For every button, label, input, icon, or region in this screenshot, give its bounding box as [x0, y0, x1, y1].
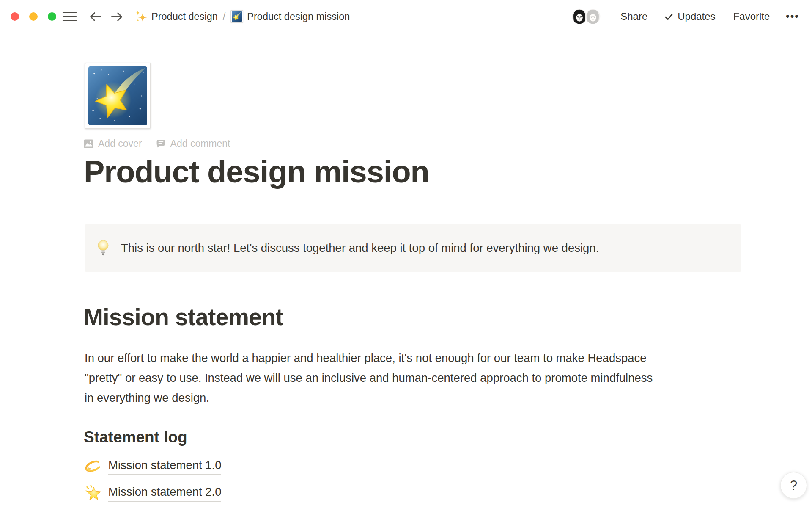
breadcrumb-label: Product design mission [247, 11, 350, 22]
minimize-button[interactable] [29, 12, 38, 21]
shooting-star-page-icon [230, 10, 243, 23]
favorite-button[interactable]: Favorite [733, 11, 770, 22]
mission-paragraph: In our effort to make the world a happie… [85, 348, 653, 408]
more-options-button[interactable]: ••• [786, 11, 799, 22]
page-link-label: Mission statement 2.0 [108, 485, 221, 502]
breadcrumb-separator: / [223, 11, 226, 22]
ellipsis-icon: ••• [786, 11, 799, 22]
breadcrumb-item-product-design-mission[interactable]: Product design mission [230, 10, 350, 23]
window-topbar: Product design / Product design mission … [0, 0, 812, 33]
add-cover-button[interactable]: Add cover [83, 138, 142, 149]
page-link-mission-statement-1[interactable]: Mission statement 1.0 [84, 456, 221, 477]
help-button[interactable]: ? [780, 472, 807, 499]
statement-log-links: Mission statement 1.0 Mission statement … [84, 456, 221, 504]
collaborator-avatars[interactable] [571, 8, 601, 25]
close-button[interactable] [11, 12, 19, 21]
page-icon[interactable] [85, 63, 151, 129]
breadcrumb: Product design / Product design mission [135, 10, 350, 23]
checkmark-icon [664, 13, 673, 20]
dizzy-star-emoji [84, 457, 103, 476]
paragraph-line: in everything we design. [85, 388, 653, 408]
heading-statement-log: Statement log [84, 429, 187, 445]
comment-bubble-icon [156, 138, 166, 149]
updates-button[interactable]: Updates [664, 11, 715, 22]
light-bulb-emoji [97, 240, 109, 257]
glowing-star-emoji [84, 484, 103, 502]
paragraph-line: "pretty" or easy to use. Instead we will… [85, 368, 653, 388]
page-link-mission-statement-2[interactable]: Mission statement 2.0 [84, 483, 221, 504]
picture-icon [83, 138, 94, 149]
callout-text: This is our north star! Let's discuss to… [121, 240, 599, 256]
breadcrumb-label: Product design [151, 11, 218, 22]
page-link-label: Mission statement 1.0 [108, 458, 221, 475]
add-comment-button[interactable]: Add comment [156, 138, 230, 149]
question-mark-icon: ? [790, 478, 797, 493]
back-arrow-icon[interactable] [89, 11, 102, 22]
window-controls [11, 12, 56, 21]
share-button[interactable]: Share [620, 11, 647, 22]
paragraph-line: In our effort to make the world a happie… [85, 348, 653, 368]
avatar [571, 8, 587, 25]
hamburger-menu-icon[interactable] [62, 10, 77, 23]
callout-block: This is our north star! Let's discuss to… [85, 224, 741, 272]
page-title: Product design mission [84, 156, 429, 188]
shooting-star-image [88, 66, 147, 125]
sparkles-icon [135, 10, 148, 23]
breadcrumb-item-product-design[interactable]: Product design [135, 10, 218, 23]
forward-arrow-icon[interactable] [110, 11, 123, 22]
zoom-button[interactable] [48, 12, 56, 21]
heading-mission-statement: Mission statement [84, 306, 283, 329]
page-action-row: Add cover Add comment [83, 138, 230, 149]
